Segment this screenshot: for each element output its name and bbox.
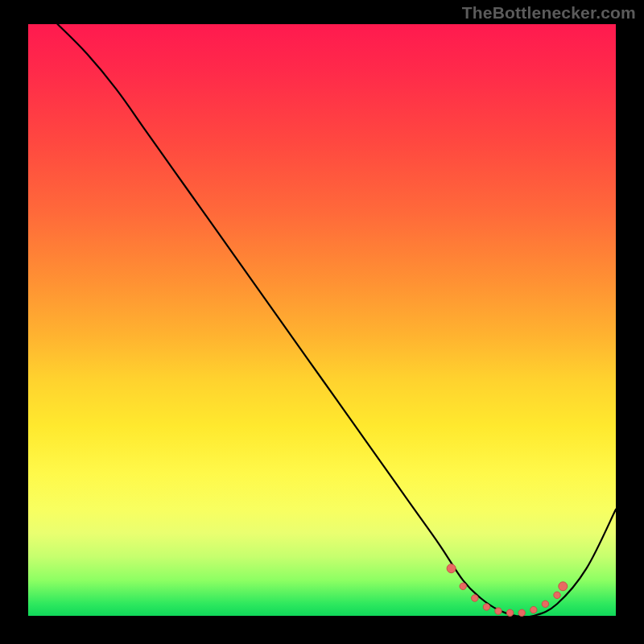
- highlight-dot: [495, 608, 502, 614]
- highlight-dot: [559, 582, 568, 591]
- highlight-dot: [506, 609, 513, 616]
- highlight-dot: [447, 564, 456, 573]
- highlight-dot: [530, 606, 537, 613]
- highlight-dot: [518, 609, 525, 616]
- watermark-text: TheBottlenecker.com: [462, 3, 636, 23]
- highlight-dot: [483, 604, 489, 610]
- highlight-dot: [554, 592, 560, 598]
- bottleneck-curve: [58, 24, 617, 617]
- plot-area: [28, 24, 616, 616]
- chart-frame: TheBottlenecker.com: [0, 0, 644, 644]
- curve-svg: [28, 24, 616, 616]
- highlight-dot: [542, 601, 548, 607]
- highlight-dots: [447, 564, 568, 617]
- highlight-dot: [460, 583, 466, 589]
- highlight-dot: [472, 595, 478, 601]
